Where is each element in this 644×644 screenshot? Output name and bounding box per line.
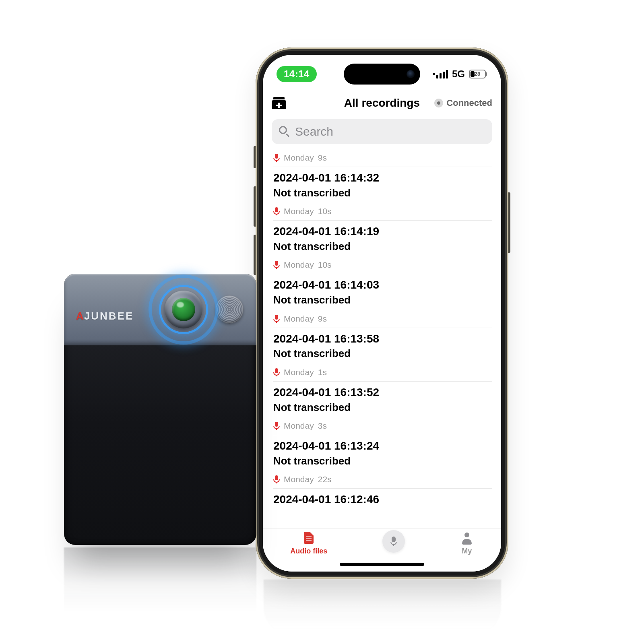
mic-icon — [273, 368, 280, 376]
recorder-device: AJUNBEE — [64, 274, 256, 545]
phone-volume-down — [254, 235, 256, 275]
meta-day: Monday — [284, 206, 314, 216]
recording-subtitle: Not transcribed — [273, 454, 491, 468]
meta-duration: 1s — [318, 367, 327, 377]
app-header: All recordings Connected — [263, 91, 501, 115]
meta-duration: 9s — [318, 314, 327, 324]
recording-subtitle: Not transcribed — [273, 293, 491, 307]
meta-duration: 3s — [318, 421, 327, 431]
recording-subtitle: Not transcribed — [273, 239, 491, 254]
battery-icon: 28 — [469, 70, 486, 78]
list-item[interactable]: 2024-04-01 16:13:58 Not transcribed — [272, 328, 492, 363]
recording-title: 2024-04-01 16:13:58 — [273, 331, 491, 347]
phone-volume-up — [254, 186, 256, 227]
device-main-knob[interactable] — [165, 291, 202, 328]
meta-duration: 10s — [318, 260, 332, 270]
phone-reflection — [264, 580, 501, 636]
battery-percent: 28 — [470, 70, 485, 78]
tab-label: Audio files — [290, 547, 327, 555]
connection-label: Connected — [446, 98, 492, 108]
phone-side-button — [508, 192, 510, 253]
device-side-button[interactable] — [215, 295, 244, 324]
search-icon — [279, 126, 290, 137]
record-button[interactable] — [382, 530, 405, 553]
meta-duration: 9s — [318, 153, 327, 163]
device-top-panel: AJUNBEE — [64, 274, 256, 345]
mic-icon — [273, 154, 280, 162]
connection-dot-icon — [434, 99, 443, 107]
mic-icon — [273, 475, 280, 483]
list-item[interactable]: 2024-04-01 16:12:46 — [272, 489, 492, 509]
phone-mute-switch — [254, 146, 256, 168]
device-brand: AJUNBEE — [76, 310, 134, 322]
list-item[interactable]: 2024-04-01 16:14:32 Not transcribed — [272, 167, 492, 202]
meta-duration: 10s — [318, 206, 332, 216]
meta-day: Monday — [284, 421, 314, 431]
meta-day: Monday — [284, 367, 314, 377]
recordings-list[interactable]: Monday 9s 2024-04-01 16:14:32 Not transc… — [263, 148, 501, 528]
recording-title: 2024-04-01 16:14:19 — [273, 224, 491, 239]
recording-meta: Monday 1s — [272, 363, 492, 381]
recording-title: 2024-04-01 16:14:32 — [273, 170, 491, 186]
list-item[interactable]: 2024-04-01 16:13:24 Not transcribed — [272, 435, 492, 470]
recording-title: 2024-04-01 16:13:24 — [273, 438, 491, 454]
file-icon — [302, 532, 316, 545]
meta-day: Monday — [284, 475, 314, 484]
meta-day: Monday — [284, 153, 314, 163]
device-reflection — [64, 547, 256, 628]
recording-meta: Monday 9s — [272, 309, 492, 328]
connection-status[interactable]: Connected — [434, 98, 492, 108]
recording-meta: Monday 22s — [272, 470, 492, 488]
mic-icon — [273, 261, 280, 269]
meta-duration: 22s — [318, 475, 332, 484]
mic-icon — [273, 315, 280, 323]
list-item[interactable]: 2024-04-01 16:14:19 Not transcribed — [272, 221, 492, 255]
archive-box-icon[interactable] — [272, 97, 286, 109]
recording-title: 2024-04-01 16:12:46 — [273, 492, 491, 507]
recording-title: 2024-04-01 16:13:52 — [273, 385, 491, 400]
tab-audio-files[interactable]: Audio files — [290, 532, 327, 555]
status-time-pill[interactable]: 14:14 — [277, 66, 317, 82]
recording-subtitle: Not transcribed — [273, 400, 491, 415]
search-placeholder: Search — [295, 125, 333, 138]
mic-icon — [273, 422, 280, 430]
list-item[interactable]: 2024-04-01 16:14:03 Not transcribed — [272, 274, 492, 309]
recording-meta: Monday 9s — [272, 148, 492, 167]
recording-title: 2024-04-01 16:14:03 — [273, 277, 491, 293]
recording-meta: Monday 10s — [272, 202, 492, 220]
recording-meta: Monday 3s — [272, 416, 492, 435]
recording-meta: Monday 10s — [272, 255, 492, 274]
mic-icon — [390, 537, 397, 546]
tab-label: My — [462, 547, 472, 555]
phone-screen: 14:14 5G 28 All recordings Connected — [263, 55, 501, 572]
phone-frame: 14:14 5G 28 All recordings Connected — [256, 47, 508, 579]
recording-subtitle: Not transcribed — [273, 346, 491, 361]
meta-day: Monday — [284, 260, 314, 270]
search-input[interactable]: Search — [272, 119, 492, 144]
network-label: 5G — [452, 68, 465, 80]
recording-subtitle: Not transcribed — [273, 186, 491, 200]
meta-day: Monday — [284, 314, 314, 324]
status-bar: 14:14 5G 28 — [263, 62, 501, 86]
signal-icon — [432, 70, 448, 78]
person-icon — [460, 532, 474, 545]
mic-icon — [273, 207, 280, 215]
home-indicator[interactable] — [340, 563, 424, 566]
tab-my[interactable]: My — [460, 532, 474, 555]
status-right-cluster: 5G 28 — [432, 68, 486, 80]
list-item[interactable]: 2024-04-01 16:13:52 Not transcribed — [272, 382, 492, 416]
